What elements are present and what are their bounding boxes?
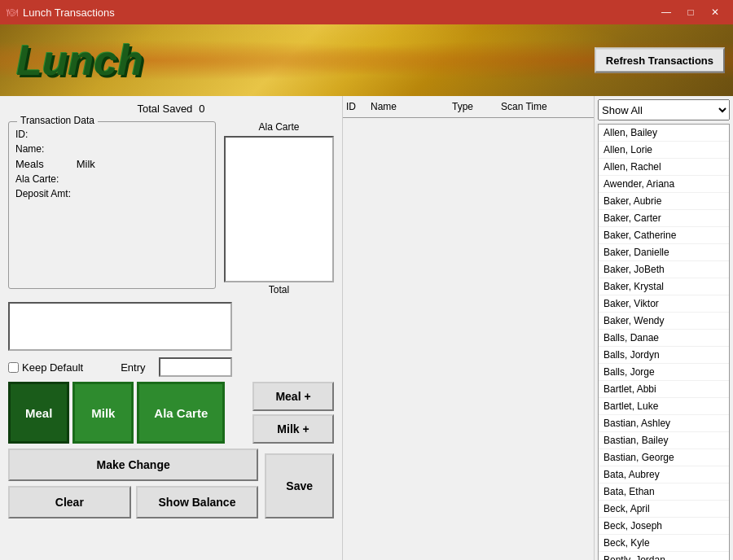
- student-item[interactable]: Bata, Ethan: [599, 483, 729, 501]
- student-item[interactable]: Bastian, Ashley: [599, 415, 729, 432]
- keep-default-checkbox[interactable]: [8, 362, 19, 373]
- ala-carte-listbox[interactable]: [224, 136, 334, 282]
- options-row: Keep Default Entry: [8, 357, 334, 377]
- show-balance-button[interactable]: Show Balance: [136, 486, 259, 518]
- transaction-data-label: Transaction Data: [17, 115, 98, 126]
- top-section: ID Name Type Scan Time Show All Allen, B…: [342, 96, 733, 560]
- ala-carte-row: Ala Carte:: [15, 173, 208, 185]
- transaction-data-group: Transaction Data ID: Name: Meals Milk Al…: [8, 121, 216, 289]
- student-item[interactable]: Bata, Aubrey: [599, 466, 729, 483]
- student-item[interactable]: Baker, Krystal: [599, 278, 729, 295]
- make-change-button[interactable]: Make Change: [8, 448, 258, 481]
- mode-buttons-group: Meal Milk Ala Carte: [8, 382, 246, 444]
- student-item[interactable]: Beck, Kyle: [599, 535, 729, 552]
- ala-carte-total-label: Total: [269, 284, 289, 295]
- student-item[interactable]: Baker, Viktor: [599, 295, 729, 313]
- main-area: Total Saved 0 Transaction Data ID: Name:…: [0, 96, 733, 560]
- close-button[interactable]: ✕: [704, 4, 726, 20]
- bottom-buttons: Clear Show Balance: [8, 486, 258, 518]
- student-item[interactable]: Beck, April: [599, 501, 729, 518]
- col-scan: Scan Time: [498, 99, 563, 114]
- clear-button[interactable]: Clear: [8, 486, 131, 518]
- student-item[interactable]: Bartlet, Abbi: [599, 381, 729, 398]
- titlebar-left: 🍽 Lunch Transactions: [7, 6, 115, 19]
- total-saved-row: Total Saved 0: [8, 103, 334, 115]
- filter-select[interactable]: Show All: [598, 99, 730, 120]
- student-list[interactable]: Allen, BaileyAllen, LorieAllen, RachelAw…: [598, 124, 730, 560]
- student-item[interactable]: Balls, Jorge: [599, 364, 729, 381]
- titlebar-title: Lunch Transactions: [23, 7, 115, 19]
- student-item[interactable]: Baker, Catherine: [599, 227, 729, 244]
- student-item[interactable]: Balls, Danae: [599, 330, 729, 347]
- center-right-panel: ID Name Type Scan Time Show All Allen, B…: [342, 96, 733, 560]
- student-item[interactable]: Bastian, George: [599, 449, 729, 466]
- filter-row: Show All: [598, 99, 730, 120]
- notes-box[interactable]: [8, 302, 232, 351]
- milk-label: Milk: [77, 158, 95, 170]
- meal-button[interactable]: Meal: [8, 382, 69, 444]
- app-icon: 🍽: [7, 6, 18, 19]
- student-item[interactable]: Allen, Rachel: [599, 159, 729, 176]
- student-list-panel: Show All Allen, BaileyAllen, LorieAllen,…: [595, 96, 733, 560]
- maximize-button[interactable]: □: [679, 4, 702, 20]
- student-item[interactable]: Baker, Danielle: [599, 244, 729, 261]
- milk-button[interactable]: Milk: [72, 382, 134, 444]
- entry-label: Entry: [121, 361, 145, 374]
- banner-title: Lunch: [0, 36, 143, 85]
- total-saved-value: 0: [199, 103, 204, 115]
- total-saved-label: Total Saved: [137, 103, 192, 115]
- student-item[interactable]: Baker, JoBeth: [599, 261, 729, 278]
- student-item[interactable]: Baker, Aubrie: [599, 193, 729, 210]
- refresh-transactions-button[interactable]: Refresh Transactions: [595, 48, 725, 73]
- student-item[interactable]: Bartlet, Luke: [599, 398, 729, 415]
- transaction-table: ID Name Type Scan Time: [342, 96, 595, 560]
- minimize-button[interactable]: —: [655, 4, 678, 20]
- name-label: Name:: [15, 143, 81, 155]
- action-row: Make Change Clear Show Balance Save: [8, 448, 334, 518]
- name-row: Name:: [15, 143, 208, 155]
- col-type: Type: [449, 99, 498, 114]
- student-item[interactable]: Bently, Jordan: [599, 552, 729, 560]
- table-header: ID Name Type Scan Time: [343, 96, 594, 118]
- ala-carte-section: Ala Carte Total: [224, 121, 334, 295]
- student-item[interactable]: Balls, Jordyn: [599, 347, 729, 364]
- save-button[interactable]: Save: [265, 453, 334, 518]
- student-item[interactable]: Allen, Bailey: [599, 125, 729, 142]
- meals-milk-row: Meals Milk: [15, 158, 208, 170]
- student-item[interactable]: Baker, Carter: [599, 210, 729, 227]
- student-item[interactable]: Baker, Wendy: [599, 313, 729, 330]
- meals-label: Meals: [15, 158, 44, 170]
- keep-default-container: Keep Default: [8, 361, 83, 374]
- ala-carte-button[interactable]: Ala Carte: [137, 382, 225, 444]
- entry-input[interactable]: [159, 357, 232, 377]
- titlebar: 🍽 Lunch Transactions — □ ✕: [0, 0, 733, 24]
- left-panel: Total Saved 0 Transaction Data ID: Name:…: [0, 96, 342, 560]
- buttons-area: Meal Milk Ala Carte Meal + Milk +: [8, 382, 334, 444]
- col-id: ID: [343, 99, 367, 114]
- table-body[interactable]: [343, 118, 594, 560]
- id-label: ID:: [15, 129, 81, 140]
- banner: Lunch Refresh Transactions: [0, 24, 733, 96]
- student-item[interactable]: Bastian, Bailey: [599, 432, 729, 449]
- milk-plus-button[interactable]: Milk +: [252, 414, 334, 444]
- deposit-label: Deposit Amt:: [15, 188, 81, 199]
- ala-carte-section-label: Ala Carte: [258, 121, 299, 133]
- keep-default-label: Keep Default: [22, 361, 83, 374]
- plus-buttons: Meal + Milk +: [252, 382, 334, 444]
- student-item[interactable]: Beck, Joseph: [599, 518, 729, 535]
- deposit-row: Deposit Amt:: [15, 188, 208, 199]
- student-item[interactable]: Awender, Ariana: [599, 176, 729, 193]
- meal-plus-button[interactable]: Meal +: [252, 382, 334, 411]
- student-item[interactable]: Allen, Lorie: [599, 142, 729, 159]
- left-action-col: Make Change Clear Show Balance: [8, 448, 258, 518]
- ala-carte-label: Ala Carte:: [15, 173, 81, 185]
- id-row: ID:: [15, 129, 208, 140]
- titlebar-controls: — □ ✕: [655, 4, 726, 20]
- col-name: Name: [367, 99, 449, 114]
